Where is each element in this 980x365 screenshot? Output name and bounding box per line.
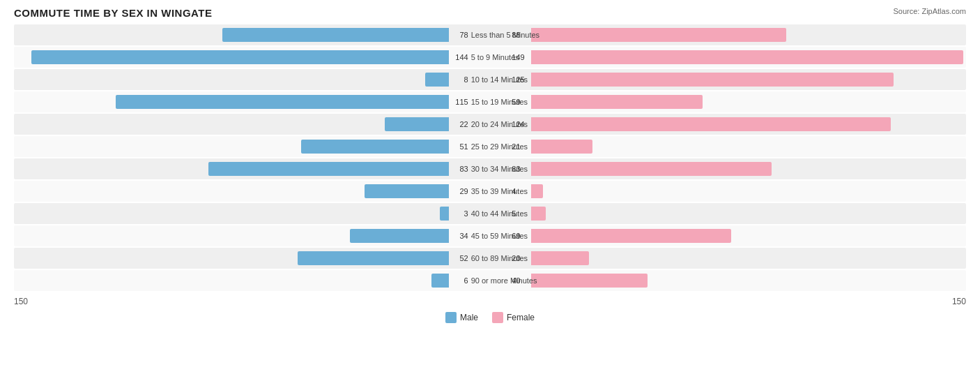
chart-row: 22 20 to 24 Minutes 124 <box>14 114 966 135</box>
male-value: 115 <box>449 98 468 106</box>
male-value: 3 <box>449 209 468 218</box>
right-side: 5 <box>509 207 966 221</box>
male-value: 51 <box>449 142 468 151</box>
male-bar <box>31 50 449 64</box>
left-side: 78 <box>14 28 471 42</box>
chart-row: 115 15 to 19 Minutes 59 <box>14 91 966 112</box>
left-side: 22 <box>14 117 471 131</box>
left-side: 34 <box>14 229 471 243</box>
female-bar-wrap <box>531 28 966 42</box>
female-bar-wrap <box>531 73 966 87</box>
female-bar <box>531 28 786 42</box>
female-bar <box>531 207 546 221</box>
row-label: 5 to 9 Minutes <box>471 53 510 61</box>
male-bar <box>350 229 448 243</box>
male-bar-wrap <box>14 229 449 243</box>
male-bar <box>365 184 449 198</box>
row-label: 15 to 19 Minutes <box>471 98 510 106</box>
female-bar-wrap <box>531 229 966 243</box>
chart-body: 78 Less than 5 Minutes 88 144 5 to 9 Min… <box>14 24 966 292</box>
male-bar <box>298 251 448 265</box>
right-side: 69 <box>509 229 966 243</box>
male-bar-wrap <box>14 73 449 87</box>
male-bar-wrap <box>14 251 449 265</box>
legend-row: Male Female <box>14 312 966 323</box>
male-bar <box>440 207 448 221</box>
chart-row: 144 5 to 9 Minutes 149 <box>14 47 966 68</box>
left-side: 8 <box>14 73 471 87</box>
male-label: Male <box>460 313 478 322</box>
male-bar-wrap <box>14 207 449 221</box>
female-bar <box>531 162 772 176</box>
chart-title: COMMUTE TIME BY SEX IN WINGATE <box>14 7 212 19</box>
row-label: 60 to 89 Minutes <box>471 254 510 262</box>
male-value: 22 <box>449 120 468 128</box>
male-bar <box>385 117 448 131</box>
axis-row: 150 150 <box>14 297 966 306</box>
female-bar <box>531 251 589 265</box>
chart-row: 3 40 to 44 Minutes 5 <box>14 203 966 224</box>
left-side: 3 <box>14 207 471 221</box>
male-bar-wrap <box>14 28 449 42</box>
row-label: 20 to 24 Minutes <box>471 120 510 128</box>
female-bar-wrap <box>531 207 966 221</box>
left-side: 144 <box>14 50 471 64</box>
left-side: 115 <box>14 95 471 109</box>
chart-area: 78 Less than 5 Minutes 88 144 5 to 9 Min… <box>14 24 966 323</box>
right-side: 40 <box>509 274 966 288</box>
right-side: 4 <box>509 184 966 198</box>
female-bar-wrap <box>531 251 966 265</box>
row-label: 45 to 59 Minutes <box>471 232 510 240</box>
right-side: 59 <box>509 95 966 109</box>
female-bar <box>531 117 891 131</box>
axis-right-label: 150 <box>952 297 966 306</box>
female-bar <box>531 184 543 198</box>
male-value: 78 <box>449 31 468 39</box>
left-side: 6 <box>14 274 471 288</box>
female-bar-wrap <box>531 274 966 288</box>
female-bar <box>531 274 647 288</box>
male-bar-wrap <box>14 162 449 176</box>
male-value: 144 <box>449 53 468 61</box>
male-bar <box>431 274 449 288</box>
legend-female: Female <box>492 312 535 323</box>
male-bar-wrap <box>14 117 449 131</box>
chart-row: 52 60 to 89 Minutes 20 <box>14 248 966 269</box>
row-label: 30 to 34 Minutes <box>471 165 510 173</box>
right-side: 149 <box>509 50 966 64</box>
chart-row: 6 90 or more Minutes 40 <box>14 270 966 291</box>
male-value: 83 <box>449 165 468 173</box>
female-bar-wrap <box>531 50 966 64</box>
chart-row: 51 25 to 29 Minutes 21 <box>14 136 966 157</box>
row-label: 10 to 14 Minutes <box>471 75 510 84</box>
male-value: 6 <box>449 276 468 285</box>
female-bar <box>531 73 894 87</box>
row-label: Less than 5 Minutes <box>471 31 510 39</box>
right-side: 125 <box>509 73 966 87</box>
row-label: 90 or more Minutes <box>471 276 510 285</box>
male-value: 52 <box>449 254 468 262</box>
female-bar <box>531 229 731 243</box>
male-swatch <box>445 312 457 323</box>
male-bar <box>208 162 449 176</box>
male-bar <box>425 73 448 87</box>
source-text: Source: ZipAtlas.com <box>893 7 966 15</box>
female-bar <box>531 50 963 64</box>
male-bar-wrap <box>14 50 449 64</box>
male-bar <box>222 28 448 42</box>
left-side: 29 <box>14 184 471 198</box>
chart-row: 83 30 to 34 Minutes 83 <box>14 158 966 179</box>
female-bar <box>531 95 702 109</box>
chart-row: 78 Less than 5 Minutes 88 <box>14 24 966 45</box>
male-bar <box>116 95 449 109</box>
male-bar-wrap <box>14 95 449 109</box>
male-value: 8 <box>449 75 468 84</box>
female-bar <box>531 140 592 154</box>
left-side: 51 <box>14 140 471 154</box>
left-side: 83 <box>14 162 471 176</box>
male-value: 34 <box>449 232 468 240</box>
female-label: Female <box>507 313 535 322</box>
chart-row: 8 10 to 14 Minutes 125 <box>14 69 966 90</box>
female-bar-wrap <box>531 184 966 198</box>
male-bar-wrap <box>14 274 449 288</box>
